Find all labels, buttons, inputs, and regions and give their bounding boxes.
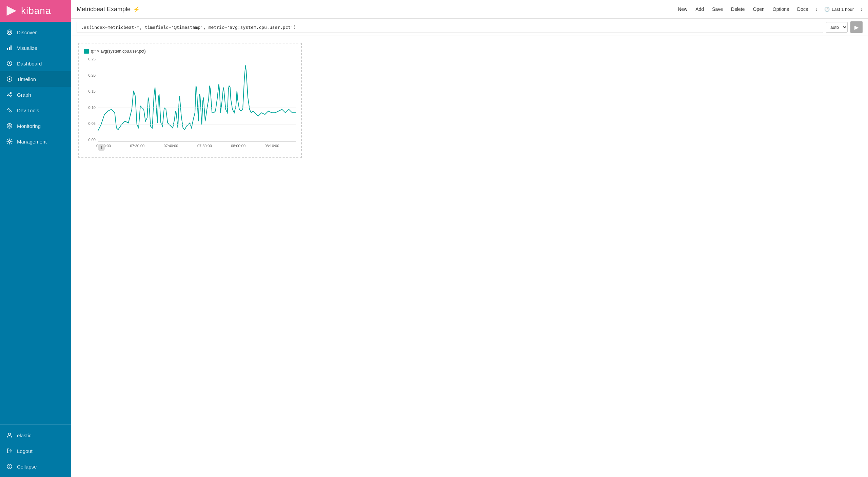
docs-button[interactable]: Docs	[796, 5, 809, 13]
time-label: Last 1 hour	[832, 7, 854, 12]
svg-marker-0	[7, 6, 17, 16]
topbar: Metricbeat Example ⚡ New Add Save Delete…	[71, 0, 868, 19]
sidebar-item-devtools-label: Dev Tools	[17, 108, 39, 113]
sidebar-item-dashboard[interactable]: Dashboard	[0, 56, 71, 71]
sidebar-item-graph-label: Graph	[17, 92, 31, 98]
user-icon	[6, 432, 13, 439]
svg-point-20	[7, 464, 12, 469]
x-label-0750: 07:50:00	[197, 144, 212, 148]
logo-area: kibana	[0, 0, 71, 22]
sidebar-item-visualize[interactable]: Visualize	[0, 40, 71, 56]
sidebar-item-graph[interactable]: Graph	[0, 87, 71, 102]
legend-label: q:* > avg(system.cpu.user.pct)	[91, 49, 146, 54]
x-label-0800: 08:00:00	[231, 144, 245, 148]
visualize-icon	[6, 44, 13, 51]
sidebar-item-timelion-label: Timelion	[17, 76, 36, 82]
clock-icon: 🕐	[824, 7, 830, 12]
y-axis: 0.25 0.20 0.15 0.10 0.05 0.00	[84, 57, 98, 142]
options-button[interactable]: Options	[772, 5, 790, 13]
chart-area: 0.25 0.20 0.15 0.10 0.05 0.00	[84, 57, 296, 152]
svg-line-12	[8, 93, 11, 94]
sidebar-item-user-label: elastic	[17, 433, 32, 438]
dashboard-icon	[6, 60, 13, 67]
svg-point-9	[7, 94, 9, 96]
svg-point-17	[9, 126, 10, 127]
lightning-icon: ⚡	[133, 6, 140, 13]
page-title-area: Metricbeat Example ⚡	[77, 6, 140, 13]
kibana-logo-icon	[5, 5, 18, 17]
sidebar-item-logout-label: Logout	[17, 448, 33, 454]
management-icon	[6, 138, 13, 145]
page-title: Metricbeat Example	[77, 6, 131, 13]
svg-point-8	[9, 78, 11, 80]
run-icon: ▶	[854, 24, 859, 31]
svg-point-19	[8, 433, 11, 436]
legend-color-swatch	[84, 49, 89, 54]
svg-rect-5	[11, 45, 12, 50]
devtools-icon	[6, 107, 13, 114]
sidebar-item-monitoring-label: Monitoring	[17, 123, 41, 129]
grid-line-1	[98, 74, 296, 74]
chart-plot	[98, 57, 296, 142]
logout-icon	[6, 447, 13, 454]
x-label-0730: 07:30:00	[130, 144, 144, 148]
topbar-actions: New Add Save Delete Open Options Docs ‹ …	[677, 5, 863, 13]
sidebar-item-discover-label: Discover	[17, 30, 37, 35]
sidebar-item-dashboard-label: Dashboard	[17, 61, 42, 66]
grid-line-2	[98, 91, 296, 91]
chart-wrapper: q:* > avg(system.cpu.user.pct) 0.25 0.20…	[78, 43, 302, 158]
prev-arrow-icon[interactable]: ‹	[815, 6, 817, 13]
chart-legend: q:* > avg(system.cpu.user.pct)	[84, 49, 296, 54]
sidebar-item-collapse[interactable]: Collapse	[0, 459, 71, 474]
sidebar: kibana Discover Visualize Dashboard Time…	[0, 0, 71, 477]
discover-icon	[6, 29, 13, 36]
y-label-0.00: 0.00	[88, 138, 96, 142]
sidebar-item-visualize-label: Visualize	[17, 45, 37, 51]
sidebar-item-management[interactable]: Management	[0, 134, 71, 149]
svg-rect-4	[9, 47, 10, 50]
grid-line-3	[98, 108, 296, 108]
sidebar-item-discover[interactable]: Discover	[0, 24, 71, 40]
next-arrow-icon[interactable]: ›	[861, 6, 863, 13]
main-content: Metricbeat Example ⚡ New Add Save Delete…	[71, 0, 868, 477]
graph-icon	[6, 91, 13, 98]
delete-button[interactable]: Delete	[730, 5, 745, 13]
collapse-icon	[6, 463, 13, 470]
query-bar: auto ▶	[71, 19, 868, 36]
save-button[interactable]: Save	[711, 5, 724, 13]
query-input[interactable]	[77, 22, 823, 33]
time-selector[interactable]: 🕐 Last 1 hour	[824, 7, 854, 12]
svg-point-11	[11, 96, 12, 97]
grid-line-top	[98, 57, 296, 57]
x-axis: 07:20:00 07:30:00 07:40:00 07:50:00 08:0…	[98, 142, 296, 152]
open-button[interactable]: Open	[752, 5, 765, 13]
sidebar-bottom: elastic Logout Collapse	[0, 424, 71, 477]
sidebar-item-monitoring[interactable]: Monitoring	[0, 118, 71, 134]
chart-container: q:* > avg(system.cpu.user.pct) 0.25 0.20…	[71, 36, 868, 477]
interval-select[interactable]: auto	[826, 22, 848, 33]
svg-line-13	[8, 95, 11, 96]
svg-point-10	[11, 92, 12, 94]
sidebar-item-devtools[interactable]: Dev Tools	[0, 102, 71, 118]
add-button[interactable]: Add	[695, 5, 705, 13]
x-label-0740: 07:40:00	[164, 144, 178, 148]
grid-line-4	[98, 125, 296, 125]
sidebar-item-user[interactable]: elastic	[0, 427, 71, 443]
sidebar-item-timelion[interactable]: Timelion	[0, 71, 71, 87]
y-label-0.15: 0.15	[88, 89, 96, 93]
svg-point-18	[8, 140, 11, 142]
sidebar-item-logout[interactable]: Logout	[0, 443, 71, 459]
y-label-0.05: 0.05	[88, 121, 96, 126]
timelion-icon	[6, 76, 13, 82]
y-label-0.10: 0.10	[88, 106, 96, 110]
x-label-0810: 08:10:00	[264, 144, 279, 148]
svg-point-2	[8, 31, 11, 33]
timeseries-svg	[98, 57, 296, 141]
new-button[interactable]: New	[677, 5, 688, 13]
sidebar-item-collapse-label: Collapse	[17, 464, 37, 470]
y-label-0.20: 0.20	[88, 73, 96, 77]
logo-text: kibana	[21, 5, 51, 16]
y-label-0.25: 0.25	[88, 57, 96, 61]
run-button[interactable]: ▶	[850, 21, 863, 33]
sidebar-nav: Discover Visualize Dashboard Timelion Gr…	[0, 22, 71, 424]
